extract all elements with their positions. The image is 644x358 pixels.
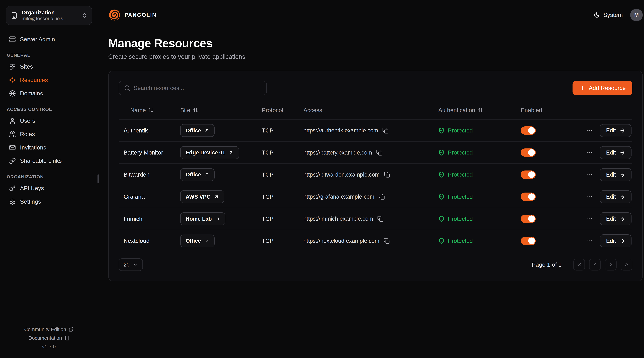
chevron-left-icon — [592, 262, 598, 267]
shield-check-icon — [438, 238, 444, 244]
resource-protocol: TCP — [262, 237, 304, 244]
arrow-up-right-icon — [204, 238, 209, 243]
gear-icon — [9, 198, 16, 205]
resource-name: Immich — [118, 215, 180, 222]
card-toolbar: Add Resource — [118, 81, 632, 95]
sidebar-item-server-admin[interactable]: Server Admin — [6, 33, 92, 46]
org-switcher[interactable]: Organization milo@fossorial.io's ... — [6, 6, 92, 25]
table-header: Name Site Protocol Access Authentication — [118, 101, 632, 119]
copy-url-button[interactable] — [376, 150, 382, 156]
edit-button[interactable]: Edit — [600, 168, 632, 181]
plus-icon — [579, 85, 586, 91]
sidebar-resize-handle[interactable] — [98, 174, 99, 184]
shield-check-icon — [438, 150, 444, 156]
sidebar-item-api-keys[interactable]: API Keys — [6, 182, 92, 195]
edit-button[interactable]: Edit — [600, 234, 632, 247]
edit-button[interactable]: Edit — [600, 190, 632, 203]
sidebar-item-shareable-links[interactable]: Shareable Links — [6, 154, 92, 168]
site-link-button[interactable]: Office — [180, 168, 214, 181]
auth-status: Protected — [448, 237, 473, 244]
row-menu-button[interactable] — [586, 215, 594, 223]
enabled-toggle[interactable] — [521, 193, 536, 201]
arrow-right-icon — [620, 194, 625, 200]
shield-check-icon — [438, 194, 444, 200]
brand-link[interactable]: PANGOLIN — [108, 9, 156, 21]
page-size-select[interactable]: 20 — [118, 258, 143, 271]
column-header-name[interactable]: Name — [118, 107, 180, 114]
resource-protocol: TCP — [262, 171, 304, 178]
version-label: v1.7.0 — [42, 344, 56, 349]
community-edition-link[interactable]: Community Edition — [24, 326, 74, 332]
shield-check-icon — [438, 216, 444, 222]
sidebar-item-resources[interactable]: Resources — [6, 73, 92, 87]
row-menu-button[interactable] — [586, 171, 594, 179]
sidebar-item-users[interactable]: Users — [6, 114, 92, 128]
copy-url-button[interactable] — [384, 238, 390, 244]
next-page-button[interactable] — [605, 259, 616, 270]
site-link-button[interactable]: Office — [180, 235, 214, 247]
search-input[interactable] — [134, 85, 262, 91]
sidebar-item-sites[interactable]: Sites — [6, 60, 92, 74]
documentation-link[interactable]: Documentation — [28, 335, 70, 341]
site-link-button[interactable]: AWS VPC — [180, 190, 224, 203]
arrow-right-icon — [620, 216, 625, 222]
row-menu-button[interactable] — [586, 237, 594, 245]
sort-icon — [478, 108, 483, 113]
edit-button[interactable]: Edit — [600, 146, 632, 159]
chevron-right-icon — [608, 262, 614, 267]
table-row: Grafana AWS VPC TCP https://grafana.exam… — [118, 186, 632, 208]
edit-button[interactable]: Edit — [600, 124, 632, 137]
page-title: Manage Resources — [108, 37, 643, 50]
table-row: Battery Monitor Edge Device 01 TCP https… — [118, 141, 632, 163]
copy-url-button[interactable] — [378, 194, 385, 200]
row-menu-button[interactable] — [586, 126, 594, 135]
column-header-access: Access — [304, 107, 438, 114]
org-title: Organization — [22, 10, 78, 16]
copy-icon — [384, 238, 390, 244]
column-header-site[interactable]: Site — [180, 107, 262, 114]
site-link-button[interactable]: Edge Device 01 — [180, 146, 239, 159]
site-link-button[interactable]: Home Lab — [180, 212, 226, 225]
avatar[interactable]: M — [630, 9, 643, 21]
add-resource-button[interactable]: Add Resource — [572, 81, 632, 95]
copy-url-button[interactable] — [382, 127, 388, 134]
enabled-toggle[interactable] — [521, 171, 536, 179]
page-head: Manage Resources Create secure proxies t… — [108, 37, 643, 60]
sidebar-item-domains[interactable]: Domains — [6, 87, 92, 100]
copy-icon — [376, 150, 382, 156]
ellipsis-icon — [586, 237, 593, 244]
enabled-toggle[interactable] — [521, 148, 536, 157]
resource-name: Battery Monitor — [118, 149, 180, 156]
arrow-up-right-icon — [215, 216, 220, 221]
resource-name: Grafana — [118, 193, 180, 200]
resource-name: Nextcloud — [118, 237, 180, 244]
previous-page-button[interactable] — [589, 259, 601, 270]
arrow-right-icon — [620, 172, 625, 178]
column-header-authentication[interactable]: Authentication — [438, 107, 521, 114]
first-page-button[interactable] — [573, 259, 585, 270]
row-menu-button[interactable] — [586, 148, 594, 157]
sidebar-item-roles[interactable]: Roles — [6, 127, 92, 141]
enabled-toggle[interactable] — [521, 215, 536, 223]
row-menu-button[interactable] — [586, 193, 594, 201]
sort-icon — [148, 108, 154, 113]
access-url: https://bitwarden.example.com — [304, 172, 380, 178]
ellipsis-icon — [586, 149, 593, 156]
last-page-button[interactable] — [621, 259, 632, 270]
enabled-toggle[interactable] — [521, 126, 536, 135]
sidebar-item-settings[interactable]: Settings — [6, 195, 92, 208]
ellipsis-icon — [586, 193, 593, 200]
enabled-toggle[interactable] — [521, 237, 536, 245]
section-label-access-control: ACCESS CONTROL — [7, 107, 92, 112]
edit-button[interactable]: Edit — [600, 212, 632, 225]
resources-icon — [9, 77, 16, 83]
copy-url-button[interactable] — [377, 216, 384, 222]
resource-name: Authentik — [118, 127, 180, 134]
copy-url-button[interactable] — [384, 172, 390, 178]
sidebar-item-invitations[interactable]: Invitations — [6, 141, 92, 154]
topbar: PANGOLIN System M — [108, 0, 643, 30]
resources-card: Add Resource Name Site Protocol Access — [108, 71, 643, 281]
site-link-button[interactable]: Office — [180, 124, 214, 137]
ellipsis-icon — [586, 215, 593, 222]
theme-select-button[interactable]: System — [594, 12, 623, 18]
